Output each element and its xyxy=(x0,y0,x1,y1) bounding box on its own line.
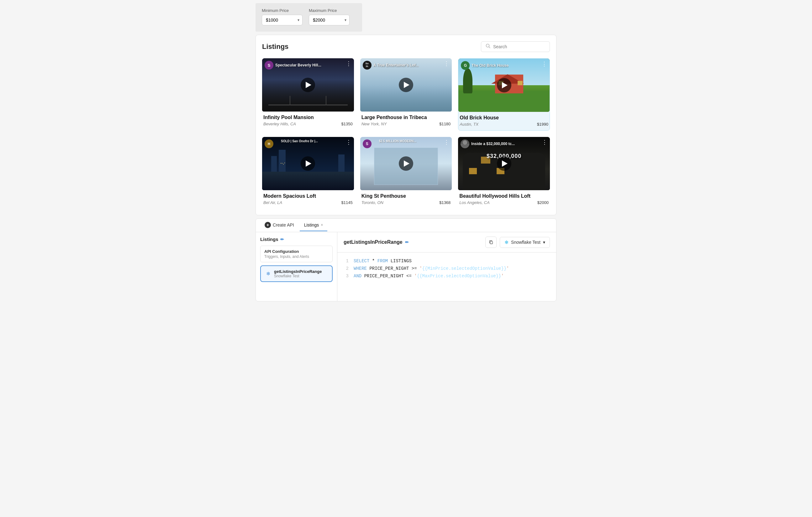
play-button-2[interactable] xyxy=(399,78,413,92)
copy-icon xyxy=(489,240,493,245)
play-button-5[interactable] xyxy=(399,156,413,171)
cards-grid: S Spectacular Beverly Hill... ⋮ Infinity… xyxy=(262,58,550,209)
kw-template-2: {{MaxPrice.selectedOptionValue}} xyxy=(417,274,501,279)
min-price-label: Minimum Price xyxy=(262,8,302,13)
code-line-3: 3 AND PRICE_PER_NIGHT <= '{{MaxPrice.sel… xyxy=(344,273,550,280)
api-config-box[interactable]: API Configuration Triggers, Inputs, and … xyxy=(260,246,332,262)
card-name-3: Old Brick House xyxy=(460,115,548,121)
max-price-select[interactable]: $1000 $1500 $2000 $2500 xyxy=(309,15,350,25)
snowflake-icon-sidebar: ❄ xyxy=(265,270,271,277)
video-thumbnail-1[interactable]: S Spectacular Beverly Hill... ⋮ xyxy=(262,58,354,112)
kw-from: FROM xyxy=(377,258,388,264)
svg-line-1 xyxy=(489,47,490,48)
code-content-3: AND PRICE_PER_NIGHT <= '{{MaxPrice.selec… xyxy=(354,273,504,280)
api-editor-section: + Create API Listings × Listings ✏ API C… xyxy=(256,218,556,301)
card-name-1: Infinity Pool Mansion xyxy=(263,115,353,120)
code-content-1: SELECT * FROM LISTINGS xyxy=(354,257,412,265)
listing-card-1[interactable]: S Spectacular Beverly Hill... ⋮ Infinity… xyxy=(262,58,354,131)
search-icon xyxy=(486,43,491,50)
card-location-6: Los Angeles, CA xyxy=(459,200,489,205)
search-input[interactable] xyxy=(493,44,545,49)
tab-bar: + Create API Listings × xyxy=(256,219,556,232)
card-price-2: $1180 xyxy=(439,122,451,126)
kw-string-1: '{{MinPrice.selectedOptionValue}}' xyxy=(419,266,509,271)
line-num-2: 2 xyxy=(344,265,349,273)
api-editor-body: Listings ✏ API Configuration Triggers, I… xyxy=(256,232,556,301)
sidebar-edit-icon[interactable]: ✏ xyxy=(280,237,284,242)
kw-op-2: <= xyxy=(406,274,412,279)
kw-col-2: PRICE_PER_NIGHT xyxy=(364,274,406,279)
kw-table-1: LISTINGS xyxy=(390,258,412,264)
card-location-4: Bel Air, LA xyxy=(263,200,282,205)
line-num-3: 3 xyxy=(344,273,349,280)
card-price-6: $2000 xyxy=(538,200,549,205)
function-name-text: getListingsInPriceRange xyxy=(344,239,403,245)
kw-string-2: '{{MaxPrice.selectedOptionValue}}' xyxy=(414,274,504,279)
card-name-2: Large Penthouse in Tribeca xyxy=(361,115,451,120)
api-sidebar: Listings ✏ API Configuration Triggers, I… xyxy=(256,232,337,301)
kw-op-1: >= xyxy=(412,266,417,271)
api-item-text: getListingsInPriceRange Snowflake Test xyxy=(274,269,322,278)
listing-card-3[interactable]: G The Old Brick House ⋮ Old Brick House xyxy=(458,58,550,131)
play-button-6[interactable] xyxy=(497,156,511,171)
create-api-icon: + xyxy=(265,222,271,228)
api-item-db: Snowflake Test xyxy=(274,274,322,278)
api-item-name: getListingsInPriceRange xyxy=(274,269,322,274)
code-content-2: WHERE PRICE_PER_NIGHT >= '{{MinPrice.sel… xyxy=(354,265,509,273)
sidebar-title-row: Listings ✏ xyxy=(260,237,332,242)
card-price-3: $1990 xyxy=(537,122,548,127)
listing-card-5[interactable]: $2.5 MILLION MODERN... S ⋮ xyxy=(360,137,452,209)
card-price-1: $1350 xyxy=(341,122,353,126)
card-name-4: Modern Spacious Loft xyxy=(263,193,353,199)
play-button-1[interactable] xyxy=(301,78,315,92)
video-thumbnail-2[interactable]: Soth A True Entertainer's Lof... ⋮ xyxy=(360,58,452,112)
card-location-3: Austin, TX xyxy=(460,122,478,127)
filter-bar: Minimum Price $500 $1000 $1500 $2000 Max… xyxy=(256,3,362,32)
min-price-select[interactable]: $500 $1000 $1500 $2000 xyxy=(262,15,302,25)
card-price-4: $1145 xyxy=(341,200,353,205)
api-config-sub: Triggers, Inputs, and Alerts xyxy=(264,254,328,259)
tab-close-button[interactable]: × xyxy=(321,223,323,227)
card-price-5: $1368 xyxy=(439,200,451,205)
kw-where: WHERE xyxy=(354,266,367,271)
search-box xyxy=(481,41,550,52)
play-button-4[interactable] xyxy=(301,156,315,171)
max-price-label: Maximum Price xyxy=(309,8,350,13)
api-actions: ❄ Snowflake Test ▾ xyxy=(485,237,550,248)
svg-rect-2 xyxy=(490,241,493,244)
video-thumbnail-4[interactable]: SOLD | San Onofre Dr |... H ⋮ xyxy=(262,137,354,190)
max-price-group: Maximum Price $1000 $1500 $2000 $2500 xyxy=(309,8,350,25)
chevron-down-icon: ▾ xyxy=(543,240,545,245)
api-main-header: getListingsInPriceRange ✏ ❄ Snowfla xyxy=(337,232,556,252)
card-name-5: King St Penthouse xyxy=(361,193,451,199)
sidebar-title-text: Listings xyxy=(260,237,279,242)
listing-card-6[interactable]: $32,000,000 Inside a $32,000,000 tc... ⋮ xyxy=(458,137,550,209)
card-location-2: New York, NY xyxy=(361,122,387,126)
snowflake-db-button[interactable]: ❄ Snowflake Test ▾ xyxy=(500,237,550,248)
listings-header: Listings xyxy=(262,41,550,52)
snowflake-label: Snowflake Test xyxy=(511,240,541,245)
kw-select: SELECT xyxy=(354,258,369,264)
listings-title: Listings xyxy=(262,42,288,51)
kw-template-1: {{MinPrice.selectedOptionValue}} xyxy=(422,266,506,271)
play-button-3[interactable] xyxy=(497,78,511,92)
listing-card-4[interactable]: SOLD | San Onofre Dr |... H ⋮ xyxy=(262,137,354,209)
create-api-tab[interactable]: + Create API xyxy=(260,219,298,232)
code-line-1: 1 SELECT * FROM LISTINGS xyxy=(344,257,550,265)
snowflake-btn-icon: ❄ xyxy=(504,239,509,245)
video-thumbnail-6[interactable]: $32,000,000 Inside a $32,000,000 tc... ⋮ xyxy=(458,137,550,190)
card-location-1: Beverley Hills, CA xyxy=(263,122,296,126)
create-api-label: Create API xyxy=(273,222,294,227)
card-location-5: Toronto, ON xyxy=(361,200,383,205)
copy-button[interactable] xyxy=(485,237,497,248)
listing-card-2[interactable]: Soth A True Entertainer's Lof... ⋮ Large… xyxy=(360,58,452,131)
video-thumbnail-5[interactable]: $2.5 MILLION MODERN... S ⋮ xyxy=(360,137,452,190)
function-name-edit-icon[interactable]: ✏ xyxy=(405,240,409,245)
api-config-title: API Configuration xyxy=(264,249,328,254)
code-block: 1 SELECT * FROM LISTINGS 2 WHERE PRICE_ xyxy=(337,252,556,285)
kw-and: AND xyxy=(354,274,361,279)
video-thumbnail-3[interactable]: G The Old Brick House ⋮ xyxy=(458,59,550,112)
listings-tab[interactable]: Listings × xyxy=(300,219,327,231)
listings-section: Listings xyxy=(256,35,556,215)
query-item[interactable]: ❄ getListingsInPriceRange Snowflake Test xyxy=(260,265,332,282)
